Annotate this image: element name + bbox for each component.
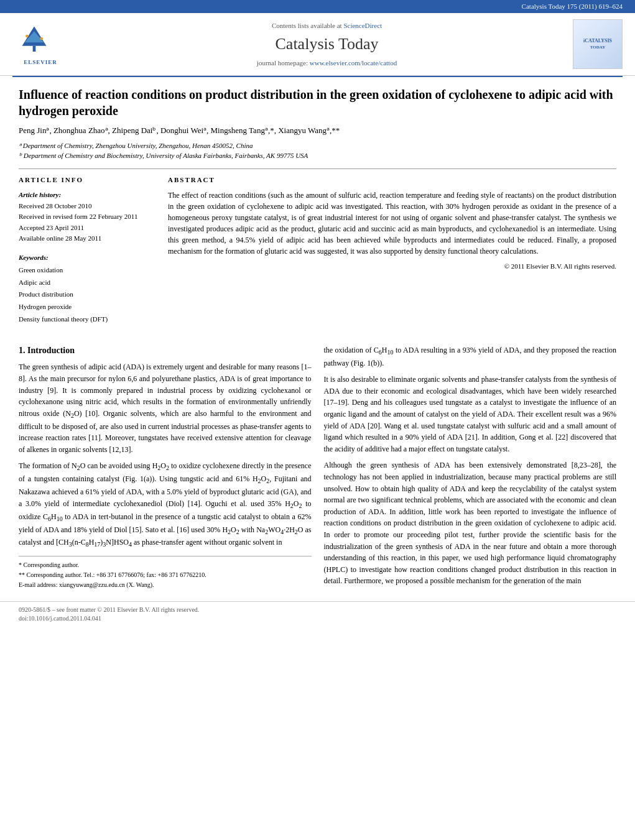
copyright-text: © 2011 Elsevier B.V. All rights reserved…: [168, 262, 616, 271]
elsevier-label: ELSEVIER: [12, 58, 68, 67]
body-left-col: 1. Introduction The green synthesis of a…: [19, 344, 312, 592]
intro-heading: 1. Introduction: [19, 344, 312, 357]
article-info-header: ARTICLE INFO: [19, 175, 155, 185]
article-history: Article history: Received 28 October 201…: [19, 190, 155, 244]
abstract-col: ABSTRACT The effect of reaction conditio…: [168, 175, 616, 326]
footnote-1: * Corresponding author.: [19, 560, 312, 570]
accepted-date: Accepted 23 April 2011: [19, 223, 155, 234]
keyword-2: Adipic acid: [19, 277, 155, 289]
right-paragraph-2: It is also desirable to eliminate organi…: [324, 374, 617, 455]
svg-point-4: [40, 37, 43, 40]
svg-point-3: [25, 34, 29, 37]
issn-text: 0920-5861/$ – see front matter © 2011 El…: [19, 606, 616, 614]
doi-text: doi:10.1016/j.cattod.2011.04.041: [19, 614, 616, 623]
revised-date: Received in revised form 22 February 201…: [19, 211, 155, 223]
catalysis-logo: iCATALYSIS TODAY: [573, 19, 623, 69]
online-date: Available online 28 May 2011: [19, 233, 155, 244]
section-divider: [19, 168, 616, 169]
right-paragraph-3: Although the green synthesis of ADA has …: [324, 459, 617, 587]
intro-paragraph-1: The green synthesis of adipic acid (ADA)…: [19, 361, 312, 455]
journal-reference-bar: Catalysis Today 175 (2011) 619–624: [0, 0, 635, 13]
abstract-text: The effect of reaction conditions (such …: [168, 190, 616, 257]
journal-header: ELSEVIER Contents lists available at Sci…: [0, 13, 635, 76]
affiliation-b: ᵇ Department of Chemistry and Biochemist…: [19, 150, 616, 161]
keyword-4: Hydrogen peroxide: [19, 301, 155, 313]
journal-homepage: journal homepage: www.elsevier.com/locat…: [81, 58, 573, 68]
sciencedirect-label: Contents lists available at ScienceDirec…: [81, 21, 573, 30]
article-title: Influence of reaction conditions on prod…: [19, 86, 616, 119]
footnotes: * Corresponding author. ** Corresponding…: [19, 556, 312, 590]
keywords-block: Keywords: Green oxidation Adipic acid Pr…: [19, 252, 155, 326]
footnote-email: E-mail address: xiangyuwang@zzu.edu.cn (…: [19, 580, 312, 590]
footnote-2: ** Corresponding author. Tel.: +86 371 6…: [19, 570, 312, 580]
journal-ref-text: Catalysis Today 175 (2011) 619–624: [522, 2, 623, 10]
intro-paragraph-2: The formation of N2O can be avoided usin…: [19, 460, 312, 550]
article-info-col: ARTICLE INFO Article history: Received 2…: [19, 175, 155, 326]
article-info-abstract: ARTICLE INFO Article history: Received 2…: [19, 175, 616, 326]
svg-rect-0: [33, 45, 36, 51]
right-paragraph-1: the oxidation of C6H10 to ADA resulting …: [324, 344, 617, 369]
received-date: Received 28 October 2010: [19, 201, 155, 212]
journal-title: Catalysis Today: [81, 33, 573, 55]
bottom-bar: 0920-5861/$ – see front matter © 2011 El…: [0, 601, 635, 627]
affiliations: ᵃ Department of Chemistry, Zhengzhou Uni…: [19, 141, 616, 161]
keyword-1: Green oxidation: [19, 264, 155, 277]
abstract-header: ABSTRACT: [168, 175, 616, 185]
keyword-5: Density functional theory (DFT): [19, 313, 155, 326]
elsevier-logo: ELSEVIER: [12, 23, 68, 67]
keyword-3: Product distribution: [19, 288, 155, 301]
sciencedirect-link[interactable]: ScienceDirect: [343, 22, 382, 29]
authors-line: Peng Jinᵃ, Zhonghua Zhaoᵃ, Zhipeng Daiᵇ,…: [19, 125, 616, 136]
header-center: Contents lists available at ScienceDirec…: [81, 21, 573, 68]
main-body: 1. Introduction The green synthesis of a…: [0, 335, 635, 601]
article-header-section: Influence of reaction conditions on prod…: [0, 77, 635, 335]
homepage-url[interactable]: www.elsevier.com/locate/cattod: [310, 59, 397, 67]
body-right-col: the oxidation of C6H10 to ADA resulting …: [324, 344, 617, 592]
affiliation-a: ᵃ Department of Chemistry, Zhengzhou Uni…: [19, 141, 616, 151]
